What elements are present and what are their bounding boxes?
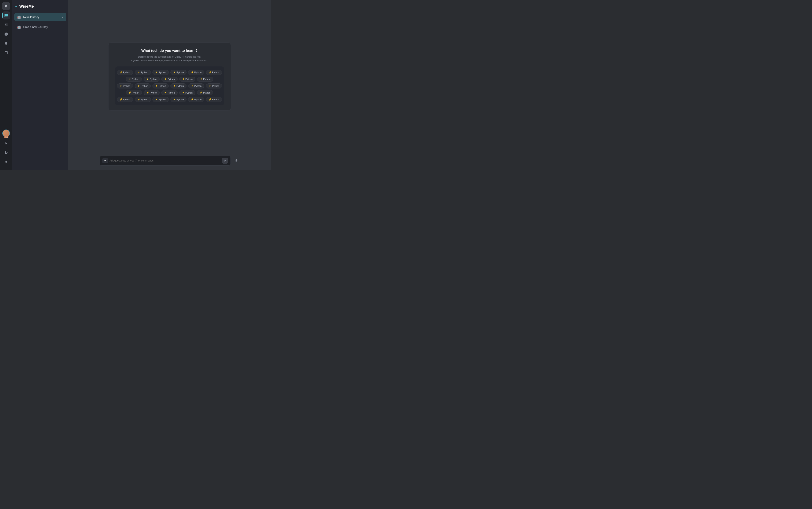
lightning-icon: ⚡ [191, 71, 193, 73]
tag-python[interactable]: ⚡Python [126, 90, 142, 95]
tag-python[interactable]: ⚡Python [144, 77, 160, 82]
tag-python[interactable]: ⚡Python [171, 97, 186, 102]
sliders-icon-btn[interactable] [2, 21, 10, 29]
lightning-icon: ⚡ [155, 98, 158, 101]
tag-python[interactable]: ⚡Python [206, 97, 222, 102]
subtitle-line1: Start by asking the question and let Cha… [138, 56, 201, 58]
info-card: What tech do you want to learn ? Start b… [108, 42, 231, 110]
lightning-icon: ⚡ [182, 78, 185, 80]
chat-input-wrapper: ✦ [100, 156, 231, 166]
tag-python[interactable]: ⚡Python [126, 77, 142, 82]
lightning-icon: ⚡ [191, 84, 193, 87]
tag-python[interactable]: ⚡Python [171, 70, 186, 75]
lightning-icon: ⚡ [182, 92, 185, 94]
lightning-icon: ⚡ [155, 71, 158, 73]
tag-python[interactable]: ⚡Python [171, 83, 186, 89]
lightning-icon: ⚡ [200, 92, 202, 94]
craft-journey-icon: 🤖 [17, 25, 21, 29]
input-area: ✦ [68, 153, 271, 170]
lightning-icon: ⚡ [191, 98, 193, 101]
lightning-icon: ⚡ [138, 84, 140, 87]
tag-python[interactable]: ⚡Python [117, 83, 133, 89]
nav-item-new-journey[interactable]: 🤖 New Journey ∨ [14, 13, 66, 21]
panel-header: ≡ WiseMe [14, 3, 66, 11]
tag-row-5: ⚡Python ⚡Python ⚡Python ⚡Python ⚡Python … [118, 97, 221, 102]
new-journey-icon: 🤖 [17, 15, 21, 19]
lightning-icon: ⚡ [138, 98, 140, 101]
lightning-icon: ⚡ [120, 71, 122, 73]
lightning-icon: ⚡ [146, 78, 149, 80]
tag-python[interactable]: ⚡Python [144, 90, 160, 95]
lightning-icon: ⚡ [173, 84, 176, 87]
left-panel: ≡ WiseMe 🤖 New Journey ∨ 🤖 Craft a new J… [12, 0, 68, 170]
record-icon-btn[interactable] [2, 39, 10, 47]
lightning-icon: ⚡ [209, 71, 211, 73]
chevron-down-icon: ∨ [62, 16, 64, 19]
lightning-icon: ⚡ [138, 71, 140, 73]
subtitle-line2: If you're unsure where to begin, take a … [131, 59, 208, 62]
card-title: What tech do you want to learn ? [115, 49, 224, 53]
svg-point-0 [5, 42, 7, 45]
send-button[interactable] [222, 158, 228, 164]
tag-python[interactable]: ⚡Python [117, 70, 133, 75]
tag-python[interactable]: ⚡Python [135, 83, 151, 89]
magic-icon: ✦ [102, 158, 108, 163]
tag-python[interactable]: ⚡Python [152, 97, 169, 102]
main-content: What tech do you want to learn ? Start b… [68, 0, 271, 170]
tag-python[interactable]: ⚡Python [206, 83, 222, 89]
tag-python[interactable]: ⚡Python [152, 70, 169, 75]
tag-python[interactable]: ⚡Python [206, 70, 222, 75]
tag-python[interactable]: ⚡Python [161, 90, 177, 95]
arrow-right-icon-btn[interactable] [2, 139, 10, 147]
tag-python[interactable]: ⚡Python [179, 90, 195, 95]
chat-icon-btn[interactable] [2, 11, 10, 20]
tag-python[interactable]: ⚡Python [135, 70, 151, 75]
tag-python[interactable]: ⚡Python [161, 77, 177, 82]
tag-python[interactable]: ⚡Python [152, 83, 169, 89]
chat-input[interactable] [110, 159, 220, 162]
lightning-icon: ⚡ [209, 98, 211, 101]
mic-button[interactable] [233, 157, 239, 164]
compass-icon-btn[interactable] [2, 30, 10, 38]
tag-python[interactable]: ⚡Python [197, 90, 213, 95]
nav-item-craft-journey[interactable]: 🤖 Craft a new Journey [14, 23, 66, 31]
pro-badge: PRO [4, 136, 8, 138]
lightning-icon: ⚡ [128, 92, 131, 94]
lightning-icon: ⚡ [164, 92, 167, 94]
app-title: WiseMe [19, 4, 34, 9]
tag-python[interactable]: ⚡Python [179, 77, 195, 82]
tag-row-4: ⚡Python ⚡Python ⚡Python ⚡Python ⚡Python [118, 90, 221, 95]
tag-python[interactable]: ⚡Python [188, 97, 204, 102]
home-icon-btn[interactable] [2, 2, 10, 10]
card-subtitle: Start by asking the question and let Cha… [115, 55, 224, 62]
lightning-icon: ⚡ [173, 98, 176, 101]
lightning-icon: ⚡ [209, 84, 211, 87]
new-journey-label: New Journey [23, 15, 60, 19]
menu-icon: ≡ [15, 5, 17, 8]
tag-python[interactable]: ⚡Python [188, 83, 204, 89]
moon-icon-btn[interactable] [2, 148, 10, 157]
tag-python[interactable]: ⚡Python [117, 97, 133, 102]
lightning-icon: ⚡ [128, 78, 131, 80]
craft-journey-label: Craft a new Journey [23, 25, 64, 29]
tag-grid: ⚡Python ⚡Python ⚡Python ⚡Python ⚡Python … [115, 66, 224, 105]
content-area: What tech do you want to learn ? Start b… [68, 0, 271, 153]
tag-row-2: ⚡Python ⚡Python ⚡Python ⚡Python ⚡Python [118, 77, 221, 82]
lightning-icon: ⚡ [120, 98, 122, 101]
calendar-icon-btn[interactable] [2, 49, 10, 57]
lightning-icon: ⚡ [200, 78, 202, 80]
lightning-icon: ⚡ [155, 84, 158, 87]
tag-python[interactable]: ⚡Python [197, 77, 213, 82]
lightning-icon: ⚡ [146, 92, 149, 94]
user-avatar-wrapper[interactable]: PRO [2, 130, 10, 137]
lightning-icon: ⚡ [173, 71, 176, 73]
lightning-icon: ⚡ [120, 84, 122, 87]
sun-icon-btn[interactable] [2, 158, 10, 166]
icon-sidebar: PRO [0, 0, 12, 170]
tag-python[interactable]: ⚡Python [135, 97, 151, 102]
tag-row-1: ⚡Python ⚡Python ⚡Python ⚡Python ⚡Python … [118, 70, 221, 75]
tag-python[interactable]: ⚡Python [188, 70, 204, 75]
lightning-icon: ⚡ [164, 78, 167, 80]
tag-row-3: ⚡Python ⚡Python ⚡Python ⚡Python ⚡Python … [118, 83, 221, 89]
